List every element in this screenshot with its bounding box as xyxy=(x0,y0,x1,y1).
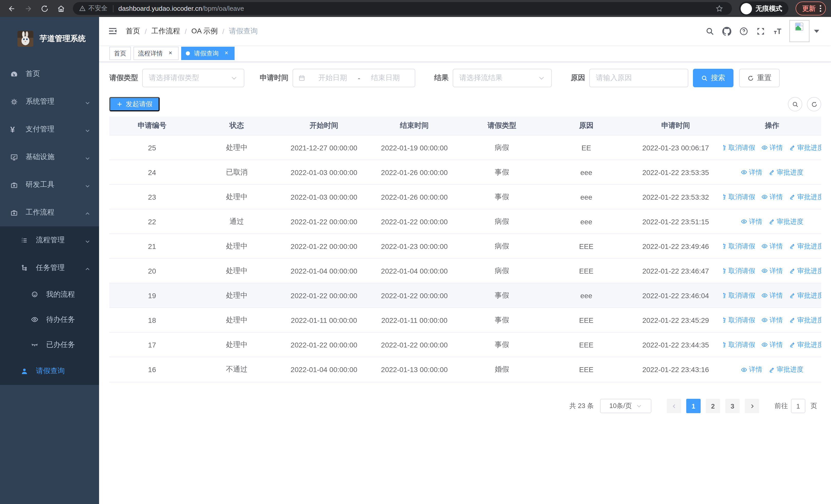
cell-apply-time: 2022-01-22 23:44:35 xyxy=(628,340,723,349)
cancel-leave-link[interactable]: 取消请假 xyxy=(723,316,755,325)
search-icon[interactable] xyxy=(705,26,715,36)
eye-icon xyxy=(762,292,768,299)
detail-link[interactable]: 详情 xyxy=(762,340,783,349)
sidebar-item-done-tasks[interactable]: 已办任务 xyxy=(0,332,99,357)
app-logo[interactable]: 芋道管理系统 xyxy=(0,17,99,60)
approval-progress-link[interactable]: 审批进度 xyxy=(789,241,821,251)
detail-link[interactable]: 详情 xyxy=(741,365,762,374)
back-icon[interactable] xyxy=(5,2,19,15)
cancel-leave-link[interactable]: 取消请假 xyxy=(723,192,755,202)
detail-link[interactable]: 详情 xyxy=(762,291,783,300)
show-search-button[interactable] xyxy=(788,97,802,111)
cell-start-time: 2022-01-22 00:00:00 xyxy=(279,340,369,349)
close-icon[interactable]: × xyxy=(167,50,174,57)
reset-button[interactable]: 重置 xyxy=(739,69,780,87)
cancel-leave-link[interactable]: 取消请假 xyxy=(723,266,755,275)
next-page-button[interactable] xyxy=(745,399,759,413)
approval-progress-link[interactable]: 审批进度 xyxy=(789,316,821,325)
approval-progress-link[interactable]: 审批进度 xyxy=(789,192,821,202)
cancel-leave-link[interactable]: 取消请假 xyxy=(723,340,755,349)
warning-icon xyxy=(79,5,86,12)
reload-icon[interactable] xyxy=(38,2,51,15)
refresh-icon xyxy=(747,75,754,81)
detail-link[interactable]: 详情 xyxy=(762,266,783,275)
approval-progress-link[interactable]: 审批进度 xyxy=(789,291,821,300)
cell-actions: 取消请假 详情 审批进度 xyxy=(723,241,821,251)
approval-progress-link[interactable]: 审批进度 xyxy=(789,143,821,152)
font-size-icon[interactable] xyxy=(773,26,782,36)
page-size-select[interactable]: 10条/页 xyxy=(600,399,651,413)
goto-page-input[interactable] xyxy=(791,399,805,413)
goto-label: 前往 xyxy=(775,402,788,411)
detail-link[interactable]: 详情 xyxy=(762,143,783,152)
sidebar-item-infra[interactable]: 基础设施 xyxy=(0,143,99,171)
approval-progress-link[interactable]: 审批进度 xyxy=(768,168,803,177)
cell-start-time: 2022-01-03 00:00:00 xyxy=(279,193,369,201)
cell-reason: EEE xyxy=(544,316,628,324)
browser-menu-icon[interactable] xyxy=(820,5,821,12)
sidebar-item-devtools[interactable]: 研发工具 xyxy=(0,171,99,199)
sidebar-item-workflow[interactable]: 工作流程 xyxy=(0,199,99,226)
cell-id: 18 xyxy=(109,316,195,324)
avatar[interactable] xyxy=(790,20,809,42)
sidebar-collapse-icon[interactable] xyxy=(108,26,118,36)
cancel-leave-link[interactable]: 取消请假 xyxy=(723,291,755,300)
approval-progress-link[interactable]: 审批进度 xyxy=(789,266,821,275)
tab-leave-query[interactable]: 请假查询× xyxy=(181,47,235,60)
approval-progress-link[interactable]: 审批进度 xyxy=(768,217,803,226)
fullscreen-icon[interactable] xyxy=(756,26,765,36)
detail-link[interactable]: 详情 xyxy=(762,192,783,202)
refresh-table-button[interactable] xyxy=(807,97,821,111)
sidebar-item-task-mgmt[interactable]: 任务管理 xyxy=(0,254,99,282)
start-date-input[interactable]: 开始日期 xyxy=(309,73,357,83)
page-button-1[interactable]: 1 xyxy=(686,399,700,413)
tab-home[interactable]: 首页 xyxy=(109,47,131,60)
sidebar-item-process-mgmt[interactable]: 流程管理 xyxy=(0,226,99,254)
cell-leave-type: 事假 xyxy=(460,340,544,349)
update-button[interactable]: 更新 xyxy=(796,2,826,16)
page-button-3[interactable]: 3 xyxy=(725,399,740,413)
detail-link[interactable]: 详情 xyxy=(762,241,783,251)
help-icon[interactable] xyxy=(739,26,748,36)
create-leave-button[interactable]: 发起请假 xyxy=(109,97,160,111)
sidebar-item-todo-tasks[interactable]: 待办任务 xyxy=(0,307,99,332)
sidebar-item-payment[interactable]: ¥ 支付管理 xyxy=(0,116,99,143)
approval-progress-link[interactable]: 审批进度 xyxy=(768,365,803,374)
github-icon[interactable] xyxy=(722,26,732,36)
sidebar-item-system[interactable]: 系统管理 xyxy=(0,88,99,116)
cancel-leave-link[interactable]: 取消请假 xyxy=(723,241,755,251)
table-row: 18 处理中 2022-01-11 00:00:00 2022-01-11 00… xyxy=(109,308,821,333)
bookmark-star-icon[interactable] xyxy=(712,2,726,15)
apply-time-range-picker[interactable]: 开始日期 - 结束日期 xyxy=(292,69,415,87)
result-select[interactable]: 请选择流结果 xyxy=(453,69,552,87)
breadcrumb-home[interactable]: 首页 xyxy=(126,26,140,36)
sidebar-item-my-process[interactable]: 我的流程 xyxy=(0,282,99,307)
incognito-icon xyxy=(741,3,752,14)
page-button-2[interactable]: 2 xyxy=(706,399,720,413)
approval-progress-link[interactable]: 审批进度 xyxy=(789,340,821,349)
navbar-actions xyxy=(697,20,819,42)
breadcrumb-workflow[interactable]: 工作流程 xyxy=(151,26,180,36)
leave-type-select[interactable]: 请选择请假类型 xyxy=(142,69,244,87)
prev-page-button[interactable] xyxy=(667,399,681,413)
cancel-leave-link[interactable]: 取消请假 xyxy=(723,143,755,152)
home-icon[interactable] xyxy=(54,2,68,15)
search-button[interactable]: 搜索 xyxy=(693,69,734,87)
close-icon[interactable]: × xyxy=(223,50,230,57)
avatar-caret-icon[interactable] xyxy=(814,30,819,33)
site-security[interactable]: 不安全 xyxy=(79,4,108,13)
address-bar[interactable]: 不安全 dashboard.yudao.iocoder.cn/bpm/oa/le… xyxy=(73,2,732,15)
sidebar-item-home[interactable]: 首页 xyxy=(0,60,99,88)
end-date-input[interactable]: 结束日期 xyxy=(361,73,409,83)
forward-icon[interactable] xyxy=(22,2,35,15)
sidebar-item-leave-query[interactable]: 请假查询 xyxy=(0,357,99,385)
reason-input[interactable]: 请输入原因 xyxy=(589,69,688,87)
trash-icon xyxy=(723,341,727,348)
pen-icon xyxy=(789,243,796,249)
detail-link[interactable]: 详情 xyxy=(741,217,762,226)
cell-id: 23 xyxy=(109,193,195,201)
tab-process-detail[interactable]: 流程详情× xyxy=(134,47,179,60)
breadcrumb-oa[interactable]: OA 示例 xyxy=(192,26,218,36)
detail-link[interactable]: 详情 xyxy=(762,316,783,325)
detail-link[interactable]: 详情 xyxy=(741,168,762,177)
